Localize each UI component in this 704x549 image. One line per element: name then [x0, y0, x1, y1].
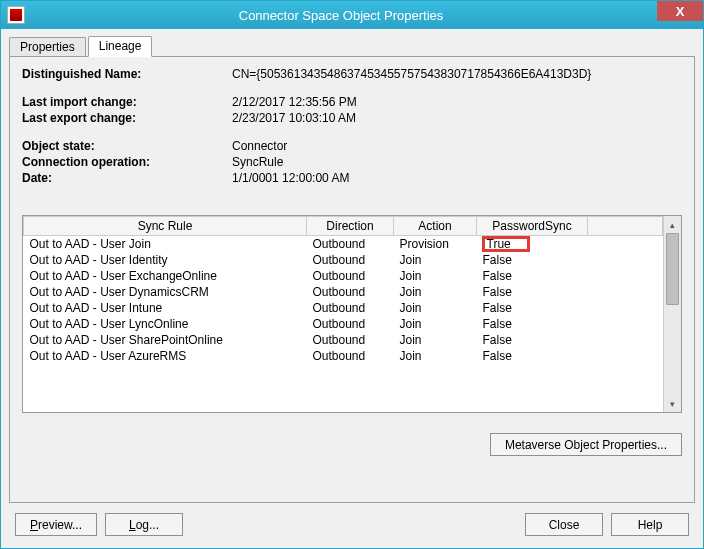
- cell-sync-rule: Out to AAD - User ExchangeOnline: [24, 268, 307, 284]
- last-export-value: 2/23/2017 10:03:10 AM: [232, 111, 682, 125]
- table-row[interactable]: Out to AAD - User SharePointOnlineOutbou…: [24, 332, 663, 348]
- sync-rules-table: Sync Rule Direction Action PasswordSync …: [22, 215, 682, 413]
- cell-direction: Outbound: [307, 268, 394, 284]
- cell-sync-rule: Out to AAD - User Identity: [24, 252, 307, 268]
- scroll-thumb[interactable]: [666, 233, 679, 305]
- preview-button[interactable]: Preview...: [15, 513, 97, 536]
- table-row[interactable]: Out to AAD - User ExchangeOnlineOutbound…: [24, 268, 663, 284]
- table-row[interactable]: Out to AAD - User IdentityOutboundJoinFa…: [24, 252, 663, 268]
- cell-action: Provision: [394, 236, 477, 253]
- col-sync-rule[interactable]: Sync Rule: [24, 217, 307, 236]
- window: Connector Space Object Properties X Prop…: [0, 0, 704, 549]
- cell-action: Join: [394, 268, 477, 284]
- col-action[interactable]: Action: [394, 217, 477, 236]
- cell-direction: Outbound: [307, 236, 394, 253]
- cell-direction: Outbound: [307, 348, 394, 364]
- tabs: Properties Lineage: [1, 29, 703, 56]
- cell-password-sync: False: [477, 284, 588, 300]
- table-row[interactable]: Out to AAD - User IntuneOutboundJoinFals…: [24, 300, 663, 316]
- col-password-sync[interactable]: PasswordSync: [477, 217, 588, 236]
- cell-sync-rule: Out to AAD - User LyncOnline: [24, 316, 307, 332]
- metaverse-object-properties-button[interactable]: Metaverse Object Properties...: [490, 433, 682, 456]
- table-row[interactable]: Out to AAD - User JoinOutboundProvisionT…: [24, 236, 663, 253]
- cell-password-sync: False: [477, 252, 588, 268]
- cell-action: Join: [394, 348, 477, 364]
- col-spacer: [588, 217, 663, 236]
- col-direction[interactable]: Direction: [307, 217, 394, 236]
- scroll-up-icon[interactable]: ▴: [664, 216, 681, 233]
- cell-action: Join: [394, 252, 477, 268]
- cell-direction: Outbound: [307, 284, 394, 300]
- table-row[interactable]: Out to AAD - User AzureRMSOutboundJoinFa…: [24, 348, 663, 364]
- last-export-label: Last export change:: [22, 111, 232, 125]
- titlebar: Connector Space Object Properties X: [1, 1, 703, 29]
- cell-sync-rule: Out to AAD - User DynamicsCRM: [24, 284, 307, 300]
- table-row[interactable]: Out to AAD - User DynamicsCRMOutboundJoi…: [24, 284, 663, 300]
- table-row[interactable]: Out to AAD - User LyncOnlineOutboundJoin…: [24, 316, 663, 332]
- cell-sync-rule: Out to AAD - User Intune: [24, 300, 307, 316]
- dn-value: CN={505361343548637453455757543830717854…: [232, 67, 682, 81]
- cell-direction: Outbound: [307, 252, 394, 268]
- bottom-bar: Preview... Log... Close Help: [1, 503, 703, 548]
- cell-password-sync: False: [477, 300, 588, 316]
- cell-password-sync: False: [477, 348, 588, 364]
- scroll-track[interactable]: [664, 233, 681, 395]
- window-title: Connector Space Object Properties: [25, 8, 657, 23]
- connection-op-label: Connection operation:: [22, 155, 232, 169]
- close-button[interactable]: Close: [525, 513, 603, 536]
- cell-password-sync: False: [477, 268, 588, 284]
- app-icon: [7, 6, 25, 24]
- cell-action: Join: [394, 332, 477, 348]
- cell-sync-rule: Out to AAD - User Join: [24, 236, 307, 253]
- help-button[interactable]: Help: [611, 513, 689, 536]
- cell-action: Join: [394, 316, 477, 332]
- tab-lineage[interactable]: Lineage: [88, 36, 153, 57]
- cell-password-sync: True: [477, 236, 588, 253]
- last-import-label: Last import change:: [22, 95, 232, 109]
- cell-password-sync: False: [477, 332, 588, 348]
- last-import-value: 2/12/2017 12:35:56 PM: [232, 95, 682, 109]
- date-value: 1/1/0001 12:00:00 AM: [232, 171, 682, 185]
- vertical-scrollbar[interactable]: ▴ ▾: [663, 216, 681, 412]
- cell-sync-rule: Out to AAD - User AzureRMS: [24, 348, 307, 364]
- tab-properties[interactable]: Properties: [9, 37, 86, 57]
- log-button[interactable]: Log...: [105, 513, 183, 536]
- object-state-label: Object state:: [22, 139, 232, 153]
- close-icon[interactable]: X: [657, 1, 703, 21]
- dn-label: Distinguished Name:: [22, 67, 232, 81]
- cell-action: Join: [394, 300, 477, 316]
- cell-direction: Outbound: [307, 332, 394, 348]
- cell-sync-rule: Out to AAD - User SharePointOnline: [24, 332, 307, 348]
- cell-direction: Outbound: [307, 300, 394, 316]
- info-section: Distinguished Name: CN={5053613435486374…: [22, 67, 682, 185]
- scroll-down-icon[interactable]: ▾: [664, 395, 681, 412]
- cell-password-sync: False: [477, 316, 588, 332]
- date-label: Date:: [22, 171, 232, 185]
- lineage-panel: Distinguished Name: CN={5053613435486374…: [9, 56, 695, 503]
- object-state-value: Connector: [232, 139, 682, 153]
- connection-op-value: SyncRule: [232, 155, 682, 169]
- cell-direction: Outbound: [307, 316, 394, 332]
- cell-action: Join: [394, 284, 477, 300]
